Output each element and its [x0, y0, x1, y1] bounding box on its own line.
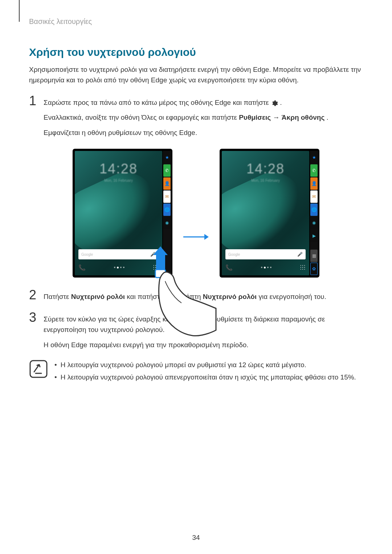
step1-arrow: → [273, 114, 282, 121]
step1-line2-a: Εναλλακτικά, ανοίξτε την οθόνη Όλες οι ε… [44, 114, 239, 121]
note-block: • Η λειτουργία νυχτερινού ρολογιού μπορε… [29, 360, 363, 385]
edge-mail-icon: ✉ [310, 190, 318, 203]
edge-mail-icon: ✉ [163, 190, 171, 203]
edge-panel-right: ★ ✆ 👤 ✉ 🌐 ◉ ▶ ▦ ✿ [310, 151, 318, 275]
note-2: Η λειτουργία νυχτερινού ρολογιού απενεργ… [61, 372, 356, 383]
note-icon [29, 360, 48, 378]
step2-c: και πατήστε το διακόπτη [127, 293, 203, 300]
edge-phone-icon: ✆ [310, 164, 318, 177]
search-bar: Google 🎤 [225, 249, 306, 259]
step-3: 3 Σύρετε τον κύκλο για τις ώρες έναρξης … [29, 311, 363, 354]
wallpaper-leaf [222, 163, 309, 262]
edge-star-icon: ★ [163, 151, 171, 164]
apps-grid-icon [153, 264, 159, 270]
clock-time: 14:28 [222, 161, 309, 177]
phone-left: 14:28 Mon, 16 February Google 🎤 📞 [73, 149, 172, 278]
svg-rect-2 [30, 361, 47, 377]
phone-right: 14:28 Mon, 16 February Google 🎤 📞 ★ ✆ 👤 [220, 149, 319, 278]
breadcrumb: Βασικές λειτουργίες [29, 17, 363, 26]
step1-text-a: Σαρώστε προς τα πάνω από το κάτω μέρος τ… [44, 99, 271, 106]
note-list: • Η λειτουργία νυχτερινού ρολογιού μπορε… [54, 360, 356, 385]
phone-dock-icon: 📞 [225, 264, 233, 271]
arrow-right-icon [183, 233, 209, 241]
edge-camera-icon: ◉ [163, 217, 171, 229]
step1-bold-edge: Άκρη οθόνης [282, 114, 325, 121]
step-number: 2 [29, 288, 38, 306]
mic-icon: 🎤 [297, 252, 303, 257]
dock-row: 📞 [78, 262, 159, 272]
edge-contact-icon: 👤 [310, 177, 318, 190]
edge-panel-left: ★ ✆ 👤 ✉ 🌐 ◉ ☰ [163, 151, 171, 275]
wallpaper-leaf [75, 163, 162, 262]
step-body: Σαρώστε προς τα πάνω από το κάτω μέρος τ… [44, 94, 328, 142]
step2-bold2: Νυχτερινό ρολόι [203, 293, 257, 300]
bullet-icon: • [54, 360, 57, 370]
edge-settings-icon: ✿ [310, 263, 318, 275]
intro-paragraph: Χρησιμοποιήστε το νυχτερινό ρολόι για να… [29, 64, 363, 86]
step-number: 1 [29, 94, 38, 142]
edge-camera-icon: ◉ [310, 217, 318, 229]
search-placeholder: Google [228, 253, 240, 257]
edge-contact-icon: 👤 [163, 177, 171, 190]
step2-bold1: Νυχτερινό ρολόι [71, 293, 125, 300]
step2-a: Πατήστε [44, 293, 71, 300]
clock-date: Mon, 16 February [222, 178, 309, 182]
clock-time: 14:28 [75, 161, 162, 177]
step1-line2-end: . [327, 114, 328, 121]
edge-video-icon: ▶ [310, 230, 318, 242]
bullet-icon: • [54, 372, 57, 383]
gear-icon [271, 99, 278, 107]
section-title: Χρήση του νυχτερινού ρολογιού [29, 46, 363, 58]
step3-p1: Σύρετε τον κύκλο για τις ώρες έναρξης κα… [44, 314, 363, 335]
step1-line3: Εμφανίζεται η οθόνη ρυθμίσεων της οθόνης… [44, 127, 328, 138]
step-body: Πατήστε Νυχτερινό ρολόι και πατήστε το δ… [44, 288, 326, 306]
page-number: 34 [0, 534, 392, 542]
phone-screen: 14:28 Mon, 16 February Google 🎤 📞 [222, 151, 309, 275]
edge-phone-icon: ✆ [163, 164, 171, 177]
edge-star-icon: ★ [310, 151, 318, 164]
step-2: 2 Πατήστε Νυχτερινό ρολόι και πατήστε το… [29, 288, 363, 306]
step1-bold-settings: Ρυθμίσεις [239, 114, 271, 121]
illustration: 14:28 Mon, 16 February Google 🎤 📞 [29, 149, 363, 278]
mic-icon: 🎤 [150, 252, 156, 257]
clock-date: Mon, 16 February [75, 178, 162, 182]
step-1: 1 Σαρώστε προς τα πάνω από το κάτω μέρος… [29, 94, 363, 142]
page-content: Βασικές λειτουργίες Χρήση του νυχτερινού… [0, 0, 392, 385]
step-number: 3 [29, 311, 38, 354]
edge-browser-icon: 🌐 [310, 204, 318, 216]
step1-text-b: . [280, 99, 282, 106]
edge-browser-icon: 🌐 [163, 204, 171, 216]
edge-tile-icon: ▦ [310, 250, 318, 262]
phone-screen: 14:28 Mon, 16 February Google 🎤 📞 [75, 151, 162, 275]
step3-p2: Η οθόνη Edge παραμένει ενεργή για την πρ… [44, 340, 363, 350]
search-placeholder: Google [81, 253, 93, 257]
step-body: Σύρετε τον κύκλο για τις ώρες έναρξης κα… [44, 311, 363, 354]
page-margin-rule [19, 0, 20, 22]
step2-d: για ενεργοποίησή του. [258, 293, 326, 300]
dock-row: 📞 [225, 262, 306, 272]
search-bar: Google 🎤 [78, 249, 159, 259]
phone-dock-icon: 📞 [78, 264, 86, 271]
note-1: Η λειτουργία νυχτερινού ρολογιού μπορεί … [61, 360, 306, 370]
apps-grid-icon [300, 264, 306, 270]
